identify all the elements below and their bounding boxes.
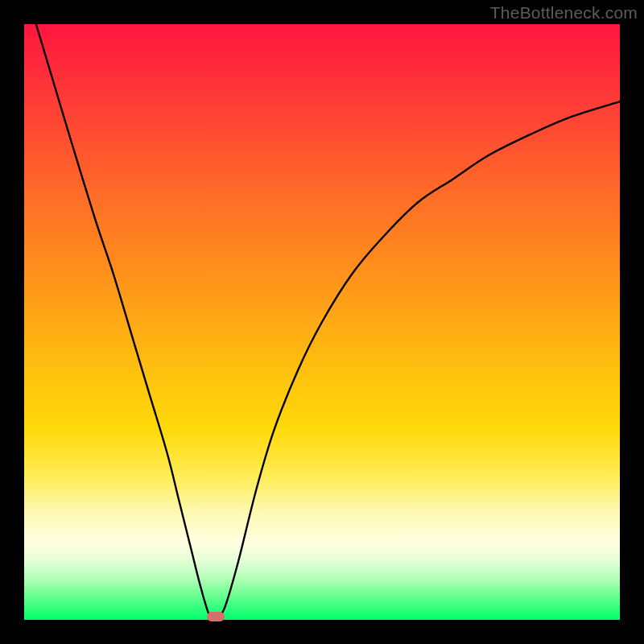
curve-svg bbox=[24, 24, 620, 620]
watermark-text: TheBottleneck.com bbox=[490, 3, 638, 23]
bottleneck-curve bbox=[36, 24, 620, 619]
optimum-marker bbox=[207, 612, 225, 621]
plot-area bbox=[24, 24, 620, 620]
chart-frame: TheBottleneck.com bbox=[0, 0, 644, 644]
